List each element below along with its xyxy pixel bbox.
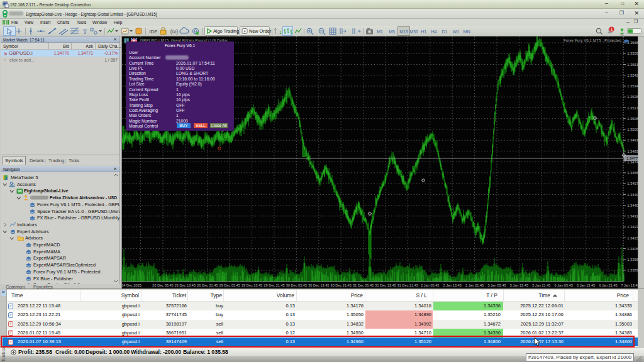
svg-text:Forex Fury V6.1 MT5 - Protecte: Forex Fury V6.1 MT5 - Protected - GBPUSD… [37,202,119,207]
svg-text:Advisors: Advisors [25,235,43,241]
svg-text:1.3559: 1.3559 [627,52,638,55]
svg-text:1.3432: 1.3432 [627,214,638,218]
svg-text:30 Dec 21:45: 30 Dec 21:45 [331,283,352,287]
svg-text:Algo Trading: Algo Trading [213,28,239,34]
svg-text:Indicators: Indicators [17,222,37,228]
svg-text:1: 1 [611,27,613,31]
svg-text:M5: M5 [389,30,395,34]
svg-text:(ω): (ω) [170,28,178,35]
svg-text:26 Dec 21:45: 26 Dec 21:45 [197,283,218,287]
svg-text:1.3406: 1.3406 [627,247,638,251]
svg-text:1.3440: 1.3440 [627,204,638,207]
svg-text:24 Dec 2025: 24 Dec 2025 [122,283,142,287]
svg-text:1.3491: 1.3491 [627,138,638,142]
svg-text:29 Dec 21:45: 29 Dec 21:45 [264,283,284,287]
svg-text:31 Dec 05:45: 31 Dec 05:45 [353,283,374,287]
svg-text:31 Dec 13:45: 31 Dec 13:45 [375,283,396,287]
svg-text:30 Dec 13:45: 30 Dec 13:45 [308,283,329,287]
svg-text:5 Jan 21:45: 5 Jan 21:45 [532,283,550,287]
svg-text:1.3423: 1.3423 [627,225,638,229]
svg-text:1.3500: 1.3500 [627,128,638,131]
svg-text:Petko Zhivkov Aleksandrov - US: Petko Zhivkov Aleksandrov - USD [50,195,117,200]
svg-text:26 Dec 13:45: 26 Dec 13:45 [175,283,196,287]
svg-text:1.3398: 1.3398 [627,258,638,261]
svg-text:1.3551: 1.3551 [627,63,638,67]
svg-text:30 Dec 05:45: 30 Dec 05:45 [286,283,307,287]
svg-text:M15: M15 [399,30,408,34]
svg-text:FX Blue - Publisher - GBPUSD.i: FX Blue - Publisher - GBPUSD.i,Monthly [37,215,119,221]
svg-text:Toolbox: Toolbox [1,346,6,362]
svg-text:5 Jan 05:45: 5 Jan 05:45 [487,283,506,287]
svg-text:1: 1 [279,30,282,35]
svg-text:29 Dec 05:45: 29 Dec 05:45 [219,283,240,287]
svg-text:MetaTrader 5: MetaTrader 5 [11,175,38,180]
svg-text:W1: W1 [453,30,460,34]
svg-text:1.3483: 1.3483 [627,150,638,153]
svg-text:29 Dec 13:45: 29 Dec 13:45 [242,283,262,287]
svg-text:1.3389: 1.3389 [627,268,638,272]
svg-text:D1: D1 [442,30,448,34]
svg-text:1.3466: 1.3466 [627,171,638,175]
svg-text:MN: MN [464,30,470,34]
svg-text:H1: H1 [421,30,427,34]
svg-text:7 Jan 13:45: 7 Jan 13:45 [621,283,638,287]
svg-text:FX Blue - Publisher: FX Blue - Publisher [33,276,73,282]
svg-text:1.3415: 1.3415 [627,236,638,240]
svg-text:1.3477: 1.3477 [626,156,638,160]
svg-text:New Order: New Order [249,28,272,34]
svg-text:6 Jan 05:45: 6 Jan 05:45 [555,283,573,287]
svg-text:ExpertMAPSAR: ExpertMAPSAR [33,255,66,261]
svg-text:6 Jan 21:45: 6 Jan 21:45 [599,283,617,287]
svg-text:1.3525: 1.3525 [627,95,638,99]
svg-text:6 Jan 13:45: 6 Jan 13:45 [577,283,595,287]
svg-text:31 Dec 21:45: 31 Dec 21:45 [397,283,418,287]
svg-text:1.3457: 1.3457 [627,182,638,185]
svg-text:1.3449: 1.3449 [627,193,638,197]
svg-text:1.3542: 1.3542 [627,74,638,77]
svg-text:Expert Advisors: Expert Advisors [17,229,49,234]
svg-text:EightcapGlobal-Live: EightcapGlobal-Live [24,188,69,194]
svg-text:Accounts: Accounts [17,182,36,187]
svg-text:1.3517: 1.3517 [627,106,638,110]
svg-text:Space Tracker EA v1.0 - GBPUSD: Space Tracker EA v1.0 - GBPUSD.i,Monthly [37,209,119,214]
svg-text:M30: M30 [409,30,418,34]
svg-text:IDE: IDE [149,29,157,35]
svg-text:26 Dec 05:45: 26 Dec 05:45 [152,283,173,287]
svg-text:2 Jan 21:45: 2 Jan 21:45 [465,283,484,287]
svg-text:5 Jan 13:45: 5 Jan 13:45 [510,283,528,287]
svg-text:2 Jan 13:45: 2 Jan 13:45 [443,283,462,287]
svg-text:T: T [83,28,87,35]
svg-text:1.3534: 1.3534 [627,84,638,88]
svg-text:M1: M1 [377,30,383,34]
svg-text:ExpertMAPSARSizeOptimized: ExpertMAPSARSizeOptimized [33,262,96,268]
svg-text:H4: H4 [431,30,437,34]
svg-text:2 Jan 05:45: 2 Jan 05:45 [421,283,439,287]
svg-text:IVI: IVI [621,33,624,36]
svg-text:ExpertMAMA: ExpertMAMA [33,249,60,255]
svg-text:ExpertMACD: ExpertMACD [33,242,60,248]
svg-text:1.3508: 1.3508 [627,117,638,121]
svg-text:Forex Fury V6.1 MT5 - Protecte: Forex Fury V6.1 MT5 - Protected [33,269,101,275]
